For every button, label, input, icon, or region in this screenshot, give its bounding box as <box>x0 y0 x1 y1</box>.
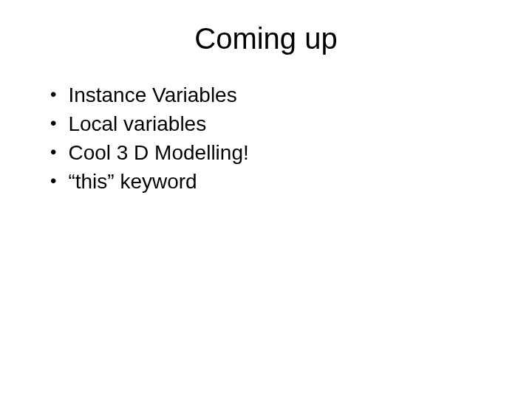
slide: Coming up • Instance Variables • Local v… <box>0 0 532 399</box>
list-item-text: Instance Variables <box>68 82 236 108</box>
slide-title: Coming up <box>30 22 502 55</box>
list-item-text: “this” keyword <box>68 168 197 194</box>
bullet-icon: • <box>50 170 56 192</box>
list-item: • Cool 3 D Modelling! <box>50 140 502 166</box>
list-item: • “this” keyword <box>50 168 502 194</box>
bullet-icon: • <box>50 141 56 163</box>
bullet-list: • Instance Variables • Local variables •… <box>30 82 502 194</box>
list-item-text: Cool 3 D Modelling! <box>68 140 248 166</box>
bullet-icon: • <box>50 112 56 134</box>
bullet-icon: • <box>50 83 56 106</box>
list-item: • Local variables <box>50 111 502 137</box>
list-item: • Instance Variables <box>50 82 502 108</box>
list-item-text: Local variables <box>68 111 206 137</box>
